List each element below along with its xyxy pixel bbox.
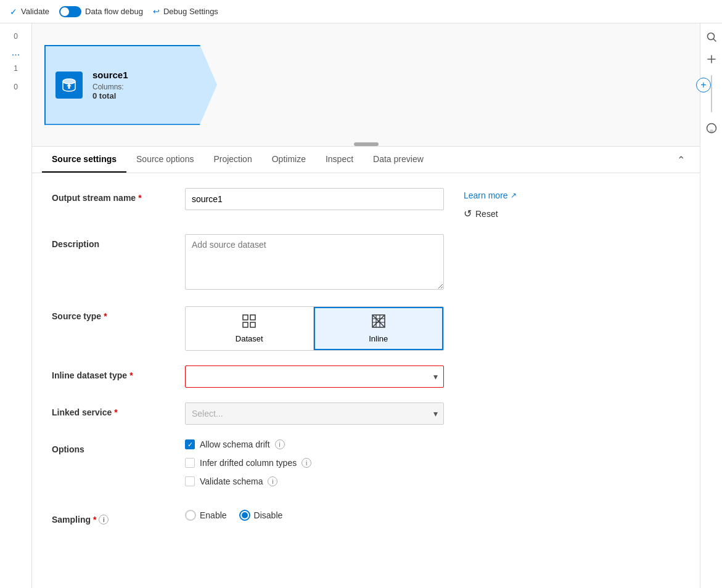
source-type-buttons: Dataset <box>185 306 444 351</box>
dataset-btn[interactable]: Dataset <box>186 307 314 350</box>
reset-button[interactable]: ↺ Reset <box>464 208 517 219</box>
plus-icon-btn[interactable] <box>703 51 720 68</box>
sidebar-dots[interactable]: ... <box>12 47 20 58</box>
main-container: 0 ... 1 0 source1 <box>0 23 722 588</box>
collapse-bar[interactable] <box>354 142 379 146</box>
source-type-label: Source type * <box>52 306 175 321</box>
tab-optimize[interactable]: Optimize <box>262 147 316 173</box>
tab-projection[interactable]: Projection <box>203 147 261 173</box>
sidebar-num-0b[interactable]: 0 <box>14 79 18 95</box>
svg-rect-3 <box>250 315 255 320</box>
top-bar: ✓ Validate Data flow debug ↩ Debug Setti… <box>0 0 722 23</box>
dataset-grid-icon <box>242 314 256 330</box>
linked-service-select[interactable]: Select... <box>185 402 444 425</box>
required-star-3: * <box>129 370 133 380</box>
debug-settings-label: Debug Settings <box>163 7 218 16</box>
description-input-area <box>185 234 444 292</box>
sampling-info-icon[interactable]: i <box>99 515 109 525</box>
chevron-down-icon-btn[interactable] <box>703 120 720 137</box>
debug-settings-item[interactable]: ↩ Debug Settings <box>153 7 218 16</box>
disable-radio[interactable] <box>239 510 250 521</box>
left-sidebar: 0 ... 1 0 <box>0 23 32 588</box>
source-type-input-area: Dataset <box>185 306 444 351</box>
arrow-icon: ↩ <box>153 7 160 16</box>
reset-icon: ↺ <box>464 208 472 219</box>
sampling-label: Sampling * i <box>52 510 175 525</box>
required-star-1: * <box>138 193 141 203</box>
search-icon-btn[interactable] <box>703 28 720 46</box>
sampling-input-area: Enable Disable <box>185 510 444 521</box>
inline-dataset-type-wrapper <box>185 365 444 388</box>
options-input-area: Allow schema drift i Infer drifted colum… <box>185 439 444 495</box>
validate-schema-row: Validate schema i <box>185 476 444 486</box>
node-columns-count: 0 total <box>92 91 207 100</box>
collapse-chevron[interactable]: ⌃ <box>672 147 690 173</box>
allow-schema-drift-row: Allow schema drift i <box>185 439 444 449</box>
required-star-5: * <box>93 515 96 525</box>
validate-schema-label: Validate schema <box>200 476 263 486</box>
dataflow-debug-label: Data flow debug <box>85 7 143 16</box>
svg-rect-4 <box>243 322 248 327</box>
output-stream-label: Output stream name * <box>52 188 175 203</box>
flow-canvas: source1 Columns: 0 total + <box>32 23 700 147</box>
infer-drifted-checkbox[interactable] <box>185 458 195 468</box>
svg-rect-2 <box>243 315 248 320</box>
validate-schema-info-icon[interactable]: i <box>268 476 277 486</box>
tab-data-preview[interactable]: Data preview <box>363 147 433 173</box>
external-link-icon: ↗ <box>511 191 517 200</box>
required-star-4: * <box>114 407 117 417</box>
description-row: Description <box>52 234 680 292</box>
dataflow-debug-item[interactable]: Data flow debug <box>59 6 143 17</box>
disable-radio-row[interactable]: Disable <box>239 510 283 521</box>
disable-label: Disable <box>254 510 283 520</box>
sidebar-num-1[interactable]: 1 <box>14 60 18 76</box>
node-title: source1 <box>92 70 207 80</box>
linked-service-label: Linked service * <box>52 402 175 417</box>
output-stream-input[interactable] <box>185 188 444 210</box>
enable-radio-row[interactable]: Enable <box>185 510 227 521</box>
allow-schema-drift-checkbox[interactable] <box>185 439 195 449</box>
debug-toggle[interactable] <box>59 6 81 17</box>
allow-schema-drift-info-icon[interactable]: i <box>275 439 285 449</box>
inline-dataset-type-label: Inline dataset type * <box>52 365 175 380</box>
inline-btn[interactable]: Inline <box>314 307 444 350</box>
inline-dataset-type-row: Inline dataset type * <box>52 365 680 388</box>
output-stream-input-area <box>185 188 444 210</box>
settings-panel: Source settings Source options Projectio… <box>32 147 700 588</box>
output-stream-row: Output stream name * Learn more ↗ ↺ <box>52 188 680 219</box>
infer-drifted-info-icon[interactable]: i <box>302 458 311 468</box>
sidebar-num-0[interactable]: 0 <box>14 28 18 44</box>
infer-drifted-label: Infer drifted column types <box>200 458 297 468</box>
enable-radio[interactable] <box>185 510 196 521</box>
validate-schema-checkbox[interactable] <box>185 476 195 486</box>
tab-inspect[interactable]: Inspect <box>316 147 363 173</box>
infer-drifted-row: Infer drifted column types i <box>185 458 444 468</box>
form-body: Output stream name * Learn more ↗ ↺ <box>32 173 700 588</box>
validate-item[interactable]: ✓ Validate <box>10 7 49 17</box>
svg-rect-5 <box>250 322 255 327</box>
tab-source-options[interactable]: Source options <box>126 147 203 173</box>
canvas-area: source1 Columns: 0 total + Source settin… <box>32 23 700 588</box>
tabs-bar: Source settings Source options Projectio… <box>32 147 700 173</box>
learn-more-link[interactable]: Learn more ↗ <box>464 190 517 200</box>
description-label: Description <box>52 234 175 249</box>
source-node[interactable]: source1 Columns: 0 total + <box>44 45 217 125</box>
description-textarea[interactable] <box>185 234 444 290</box>
linked-service-row: Linked service * Select... <box>52 402 680 425</box>
inline-icon <box>371 314 386 330</box>
validate-label: Validate <box>21 7 49 16</box>
svg-line-14 <box>713 39 716 41</box>
svg-point-18 <box>710 129 713 133</box>
enable-label: Enable <box>200 510 227 520</box>
node-icon <box>55 71 83 99</box>
right-panel <box>700 23 722 588</box>
allow-schema-drift-label: Allow schema drift <box>200 439 270 449</box>
tab-source-settings[interactable]: Source settings <box>42 147 126 173</box>
inline-dataset-type-select[interactable] <box>185 365 444 388</box>
sampling-row: Sampling * i Enable Disable <box>52 510 680 525</box>
source-type-row: Source type * <box>52 306 680 351</box>
node-columns-label: Columns: <box>92 83 207 91</box>
sampling-radio-group: Enable Disable <box>185 510 444 521</box>
node-add-button[interactable]: + <box>696 78 711 92</box>
form-actions-top: Learn more ↗ ↺ Reset <box>464 188 517 219</box>
